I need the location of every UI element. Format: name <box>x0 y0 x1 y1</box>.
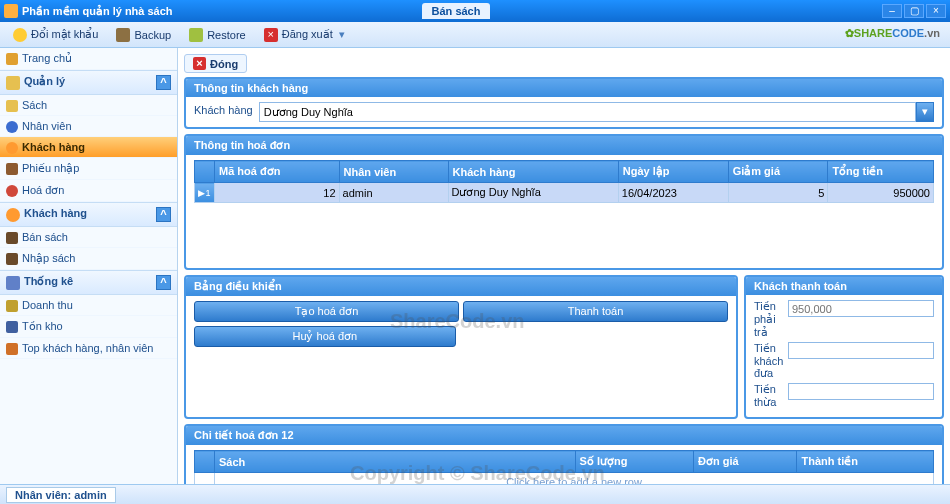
nav-home[interactable]: Trang chủ <box>0 48 177 70</box>
col-discount[interactable]: Giảm giá <box>728 161 828 183</box>
nav-customers[interactable]: Khách hàng <box>0 137 177 158</box>
import-icon <box>6 253 18 265</box>
panel-detail-header: Chi tiết hoá đơn 12 <box>186 426 942 445</box>
change-password-label: Đổi mật khẩu <box>31 28 98 41</box>
home-icon <box>6 53 18 65</box>
grid-header-row: Mã hoá đơn Nhân viên Khách hàng Ngày lập… <box>195 161 934 183</box>
invoice-icon <box>6 185 18 197</box>
minimize-button[interactable]: – <box>882 4 902 18</box>
customer-input[interactable] <box>259 102 916 122</box>
panel-invoice-detail: Chi tiết hoá đơn 12 Sách Số lượng Đơn gi… <box>184 424 944 484</box>
col-date[interactable]: Ngày lập <box>618 161 728 183</box>
statusbar: Nhân viên: admin <box>0 484 950 504</box>
titlebar: Phần mềm quản lý nhà sách Bán sách – ▢ × <box>0 0 950 22</box>
collapse-manage[interactable]: ^ <box>156 75 171 90</box>
sidebar: Trang chủ Quản lý^ Sách Nhân viên Khách … <box>0 48 178 484</box>
create-invoice-button[interactable]: Tạo hoá đơn <box>194 301 459 322</box>
main-content: ×Đóng Thông tin khách hàng Khách hàng ▾ … <box>178 48 950 484</box>
nav-header-manage[interactable]: Quản lý^ <box>0 70 177 95</box>
nav-header-stats[interactable]: Thống kê^ <box>0 270 177 295</box>
col-qty[interactable]: Số lượng <box>575 451 694 473</box>
panel-customer-info: Thông tin khách hàng Khách hàng ▾ <box>184 77 944 129</box>
give-label: Tiền khách đưa <box>754 342 788 380</box>
invoice-grid[interactable]: Mã hoá đơn Nhân viên Khách hàng Ngày lập… <box>194 160 934 203</box>
due-field <box>788 300 934 317</box>
restore-button[interactable]: Restore <box>182 25 253 45</box>
active-tab[interactable]: Bán sách <box>422 3 491 19</box>
nav-sell[interactable]: Bán sách <box>0 227 177 248</box>
nav-top[interactable]: Top khách hàng, nhân viên <box>0 338 177 359</box>
col-invoice-id[interactable]: Mã hoá đơn <box>215 161 340 183</box>
maximize-button[interactable]: ▢ <box>904 4 924 18</box>
nav-stock[interactable]: Tồn kho <box>0 316 177 338</box>
backup-icon <box>116 28 130 42</box>
col-book[interactable]: Sách <box>215 451 576 473</box>
change-field <box>788 383 934 400</box>
restore-label: Restore <box>207 29 246 41</box>
logout-button[interactable]: ×Đăng xuất▾ <box>257 25 352 45</box>
logo: ✿SHARECODE.vn <box>845 24 940 40</box>
book-icon <box>6 100 18 112</box>
nav-books[interactable]: Sách <box>0 95 177 116</box>
note-icon <box>6 163 18 175</box>
panel-invoice-info: Thông tin hoá đơn Mã hoá đơn Nhân viên K… <box>184 134 944 270</box>
staff-icon <box>6 121 18 133</box>
close-icon: × <box>193 57 206 70</box>
nav-header-customer[interactable]: Khách hàng^ <box>0 202 177 227</box>
backup-label: Backup <box>134 29 171 41</box>
top-icon <box>6 343 18 355</box>
stock-icon <box>6 321 18 333</box>
nav-import[interactable]: Nhập sách <box>0 248 177 270</box>
money-icon <box>6 300 18 312</box>
close-tab-button[interactable]: ×Đóng <box>184 54 247 73</box>
nav-staff[interactable]: Nhân viên <box>0 116 177 137</box>
people-icon <box>6 208 20 222</box>
chevron-down-icon[interactable]: ▾ <box>916 102 934 122</box>
col-amount[interactable]: Thành tiền <box>797 451 934 473</box>
nav-revenue[interactable]: Doanh thu <box>0 295 177 316</box>
cancel-invoice-button[interactable]: Huỷ hoá đơn <box>194 326 456 347</box>
panel-controls-header: Bảng điều khiển <box>186 277 736 296</box>
change-label: Tiền thừa <box>754 383 788 409</box>
status-staff: Nhân viên: admin <box>6 487 116 503</box>
change-password-button[interactable]: Đổi mật khẩu <box>6 25 105 45</box>
logout-label: Đăng xuất <box>282 28 333 41</box>
due-label: Tiền phải trả <box>754 300 788 339</box>
close-window-button[interactable]: × <box>926 4 946 18</box>
invoice-row[interactable]: ▶1 12 admin Dương Duy Nghĩa 16/04/2023 5… <box>195 183 934 203</box>
panel-controls: Bảng điều khiển Tạo hoá đơn Thanh toán H… <box>184 275 738 419</box>
customer-combo[interactable]: ▾ <box>259 102 934 122</box>
panel-payment: Khách thanh toán Tiền phải trả Tiền khác… <box>744 275 944 419</box>
nav-import-note[interactable]: Phiếu nhập <box>0 158 177 180</box>
customer-icon <box>6 142 18 154</box>
manage-icon <box>6 76 20 90</box>
grid-header-row: Sách Số lượng Đơn giá Thành tiền <box>195 451 934 473</box>
panel-payment-header: Khách thanh toán <box>746 277 942 295</box>
panel-customer-header: Thông tin khách hàng <box>186 79 942 97</box>
col-staff[interactable]: Nhân viên <box>339 161 448 183</box>
app-icon <box>4 4 18 18</box>
detail-grid[interactable]: Sách Số lượng Đơn giá Thành tiền Click h… <box>194 450 934 484</box>
app-title: Phần mềm quản lý nhà sách <box>22 5 414 18</box>
customer-label: Khách hàng <box>194 102 253 122</box>
panel-invoice-header: Thông tin hoá đơn <box>186 136 942 155</box>
chart-icon <box>6 276 20 290</box>
col-total[interactable]: Tổng tiền <box>828 161 934 183</box>
give-field[interactable] <box>788 342 934 359</box>
pay-button[interactable]: Thanh toán <box>463 301 728 322</box>
logout-icon: × <box>264 28 278 42</box>
col-customer[interactable]: Khách hàng <box>448 161 618 183</box>
collapse-customer[interactable]: ^ <box>156 207 171 222</box>
col-price[interactable]: Đơn giá <box>694 451 797 473</box>
toolbar: Đổi mật khẩu Backup Restore ×Đăng xuất▾ … <box>0 22 950 48</box>
nav-invoice[interactable]: Hoá đơn <box>0 180 177 202</box>
key-icon <box>13 28 27 42</box>
restore-icon <box>189 28 203 42</box>
new-row[interactable]: Click here to add a new row <box>195 473 934 485</box>
collapse-stats[interactable]: ^ <box>156 275 171 290</box>
backup-button[interactable]: Backup <box>109 25 178 45</box>
cart-icon <box>6 232 18 244</box>
